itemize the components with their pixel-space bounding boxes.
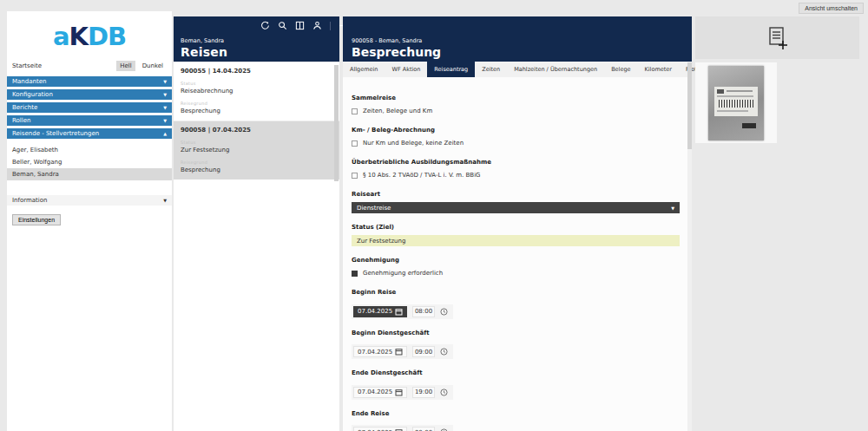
beginn-dienstgeschaeft-date-input[interactable]: 07.04.2025: [353, 346, 407, 357]
detail-title: Besprechung: [352, 45, 441, 59]
reiseart-select[interactable]: Dienstreise ▼: [352, 202, 680, 213]
chevron-down-icon: ▼: [163, 79, 167, 84]
calendar-icon[interactable]: [395, 308, 403, 316]
field-label-km-beleg: Km- / Beleg-Abrechnung: [352, 127, 680, 134]
trip-list-panel: Beman, Sandra Reisen 900055 | 14.04.2025…: [174, 16, 339, 431]
sidebar-item-information[interactable]: Information ▼: [7, 195, 172, 206]
theme-dark-button[interactable]: Dunkel: [139, 61, 167, 71]
checkbox-label: Nur Km und Belege, keine Zeiten: [363, 140, 464, 147]
theme-light-button[interactable]: Hell: [116, 61, 135, 71]
chevron-down-icon: ▼: [163, 105, 167, 110]
chevron-down-icon: ▼: [163, 198, 167, 203]
home-link[interactable]: Startseite: [12, 62, 42, 69]
attachment-thumbnail-panel: [695, 62, 777, 143]
checkbox-icon[interactable]: [352, 108, 358, 114]
beginn-reise-date-input[interactable]: 07.04.2025: [353, 306, 407, 317]
receipt-label-area: [714, 87, 758, 116]
tab-reiseantrag[interactable]: Reiseantrag: [427, 62, 475, 77]
trip-reason-value: Besprechung: [181, 167, 332, 173]
trip-detail-panel: 900058 - Beman, Sandra Besprechung Allge…: [343, 16, 692, 431]
accordion-label: Rollen: [12, 117, 30, 124]
chevron-down-icon: ▼: [671, 206, 674, 211]
trip-status-label: Status: [181, 140, 332, 145]
toggle-view-button[interactable]: Ansicht umschalten: [799, 3, 864, 14]
trip-reason-label: Reisegrund: [181, 101, 332, 106]
reiseart-value: Dienstreise: [357, 205, 391, 212]
trip-reason-label: Reisegrund: [181, 160, 332, 165]
beginn-dienstgeschaeft-datetime: 07.04.2025 09:00: [352, 344, 453, 359]
km-beleg-checkbox-row[interactable]: Nur Km und Belege, keine Zeiten: [352, 138, 680, 148]
information-label: Information: [12, 197, 48, 204]
sidebar-item-rollen[interactable]: Rollen ▼: [7, 115, 172, 126]
beginn-dienstgeschaeft-time-input[interactable]: 09:00: [412, 346, 435, 357]
calendar-icon[interactable]: [395, 389, 403, 396]
detail-scrollbar-thumb[interactable]: [687, 62, 692, 149]
beginn-reise-datetime: 07.04.2025 08:00: [352, 304, 453, 319]
detail-scrollbar-track[interactable]: [687, 62, 692, 431]
add-receipt-dropzone[interactable]: [695, 16, 859, 59]
trip-list-item-selected[interactable]: 900058 | 07.04.2025 Status Zur Festsetzu…: [174, 121, 339, 180]
tab-kilometer[interactable]: Kilometer: [638, 62, 679, 77]
chevron-down-icon: ▼: [163, 118, 167, 123]
chevron-down-icon: ▼: [163, 92, 167, 97]
tab-allgemein[interactable]: Allgemein: [343, 62, 385, 77]
trip-list-item[interactable]: 900055 | 14.04.2025 Status Reiseabrechnu…: [174, 62, 339, 121]
clock-icon[interactable]: [440, 389, 448, 396]
ende-dienstgeschaeft-date-input[interactable]: 07.04.2025: [353, 387, 407, 398]
trip-status-value: Zur Festsetzung: [181, 147, 332, 153]
trip-list-scrollbar[interactable]: [334, 65, 339, 181]
trip-status-value: Reiseabrechnung: [181, 88, 332, 95]
field-label-status-ziel: Status (Ziel): [352, 224, 680, 231]
traveler-item[interactable]: Ager, Elisabeth: [7, 144, 172, 156]
person-icon[interactable]: [312, 21, 322, 30]
accordion-label: Konfiguration: [12, 91, 53, 98]
ende-reise-date-input[interactable]: 07.04.2025: [353, 427, 407, 431]
add-document-icon: [766, 25, 789, 51]
detail-tabs: Allgemein WF Aktion Reiseantrag Zeiten M…: [343, 62, 692, 77]
refresh-icon[interactable]: [260, 21, 270, 30]
traveler-item-selected[interactable]: Beman, Sandra: [7, 168, 172, 180]
field-label-beginn-reise: Beginn Reise: [352, 289, 680, 296]
accordion-label: Reisende - Stellvertretungen: [12, 130, 99, 137]
detail-header: 900058 - Beman, Sandra Besprechung: [343, 16, 692, 62]
accordion-label: Mandanten: [12, 78, 46, 85]
tab-mahlzeiten-uebernachtungen[interactable]: Mahlzeiten / Übernachtungen: [507, 62, 604, 77]
sammelreise-checkbox-row[interactable]: Zeiten, Belege und Km: [352, 106, 680, 116]
traveler-item[interactable]: Beller, Wolfgang: [7, 156, 172, 168]
settings-button[interactable]: Einstellungen: [12, 214, 61, 225]
toolbar-divider: [330, 22, 331, 30]
genehmigung-checkbox-row[interactable]: Genehmigung erforderlich: [352, 268, 680, 278]
checkbox-label: Zeiten, Belege und Km: [363, 108, 432, 114]
tab-belege[interactable]: Belege: [604, 62, 637, 77]
ausbildung-checkbox-row[interactable]: § 10 Abs. 2 TVAöD / TVA-L i. V. m. BBiG: [352, 170, 680, 180]
ende-dienstgeschaeft-time-input[interactable]: 19:00: [412, 387, 435, 398]
accordion-label: Berichte: [12, 104, 37, 111]
sidebar: aKDB Startseite Hell Dunkel Mandanten ▼ …: [7, 11, 172, 431]
field-label-genehmigung: Genehmigung: [352, 257, 680, 264]
columns-icon[interactable]: [295, 21, 305, 30]
tab-wf-aktion[interactable]: WF Aktion: [385, 62, 427, 77]
ende-dienstgeschaeft-datetime: 07.04.2025 19:00: [352, 385, 453, 400]
sidebar-item-mandanten[interactable]: Mandanten ▼: [7, 76, 172, 87]
checkbox-icon[interactable]: [352, 173, 358, 179]
field-label-reiseart: Reiseart: [352, 191, 680, 198]
clock-icon[interactable]: [440, 348, 448, 356]
sidebar-item-konfiguration[interactable]: Konfiguration ▼: [7, 89, 172, 100]
ende-reise-datetime: 07.04.2025 20:00: [352, 425, 453, 431]
checkbox-label: § 10 Abs. 2 TVAöD / TVA-L i. V. m. BBiG: [363, 172, 481, 179]
beginn-reise-time-input[interactable]: 08:00: [412, 306, 435, 317]
tab-zeiten[interactable]: Zeiten: [475, 62, 507, 77]
ende-reise-time-input[interactable]: 20:00: [412, 427, 435, 431]
clock-icon[interactable]: [440, 308, 448, 316]
checkbox-icon[interactable]: [352, 271, 358, 277]
sidebar-item-reisende-stellvertretungen[interactable]: Reisende - Stellvertretungen ▲: [7, 128, 172, 139]
trip-reason-value: Besprechung: [181, 108, 332, 114]
trip-list-header: Beman, Sandra Reisen: [174, 16, 339, 62]
search-icon[interactable]: [278, 21, 287, 30]
field-label-ende-dienstgeschaeft: Ende Dienstgeschäft: [352, 369, 680, 376]
calendar-icon[interactable]: [395, 348, 403, 356]
theme-switcher: Hell Dunkel: [116, 61, 167, 71]
receipt-thumbnail[interactable]: [708, 66, 764, 140]
checkbox-icon[interactable]: [352, 140, 358, 147]
sidebar-item-berichte[interactable]: Berichte ▼: [7, 102, 172, 113]
